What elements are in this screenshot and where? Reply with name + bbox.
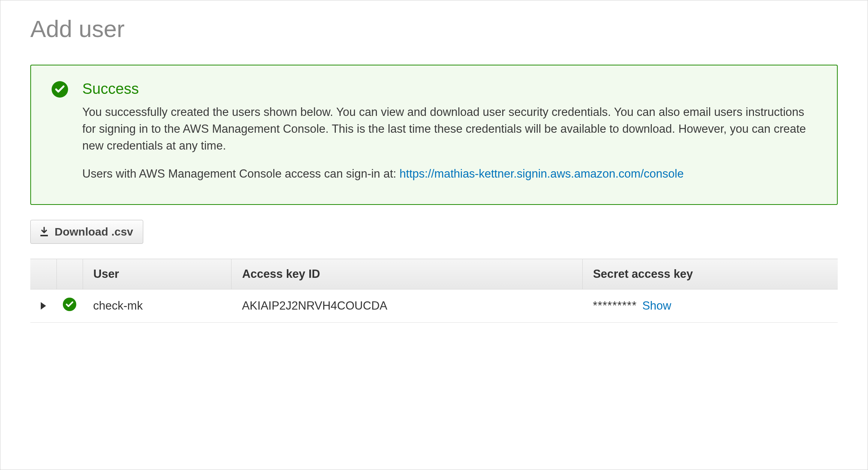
cell-secret-access-key: ********* Show bbox=[582, 289, 838, 322]
success-alert: Success You successfully created the use… bbox=[30, 65, 838, 205]
header-secret-access-key[interactable]: Secret access key bbox=[582, 259, 838, 289]
users-table: User Access key ID Secret access key bbox=[30, 259, 838, 323]
row-status-cell bbox=[56, 289, 83, 322]
success-check-icon bbox=[52, 81, 68, 99]
toolbar: Download .csv bbox=[30, 220, 838, 244]
header-access-key-id[interactable]: Access key ID bbox=[231, 259, 582, 289]
caret-right-icon bbox=[41, 302, 46, 310]
header-status-col bbox=[56, 259, 83, 289]
header-user[interactable]: User bbox=[83, 259, 231, 289]
cell-access-key-id: AKIAIP2J2NRVH4COUCDA bbox=[231, 289, 582, 322]
alert-signin-prefix: Users with AWS Management Console access… bbox=[82, 167, 399, 180]
alert-paragraph-2: Users with AWS Management Console access… bbox=[82, 166, 816, 182]
alert-body: Success You successfully created the use… bbox=[82, 80, 816, 182]
download-icon bbox=[39, 227, 49, 237]
alert-text: You successfully created the users shown… bbox=[82, 104, 816, 182]
secret-masked-value: ********* bbox=[593, 299, 637, 312]
success-check-icon bbox=[63, 298, 76, 311]
cell-user: check-mk bbox=[83, 289, 231, 322]
table-row: check-mk AKIAIP2J2NRVH4COUCDA ********* … bbox=[30, 289, 838, 322]
alert-paragraph-1: You successfully created the users shown… bbox=[82, 104, 816, 154]
signin-url-link[interactable]: https://mathias-kettner.signin.aws.amazo… bbox=[399, 167, 684, 180]
header-expand-col bbox=[30, 259, 56, 289]
expand-row-toggle[interactable] bbox=[30, 289, 56, 322]
page-title: Add user bbox=[30, 15, 838, 42]
download-csv-label: Download .csv bbox=[55, 225, 133, 238]
download-csv-button[interactable]: Download .csv bbox=[30, 220, 143, 244]
alert-heading: Success bbox=[82, 80, 816, 97]
table-header-row: User Access key ID Secret access key bbox=[30, 259, 838, 289]
show-secret-link[interactable]: Show bbox=[642, 299, 671, 312]
page-container: Add user Success You successfully create… bbox=[0, 0, 868, 470]
